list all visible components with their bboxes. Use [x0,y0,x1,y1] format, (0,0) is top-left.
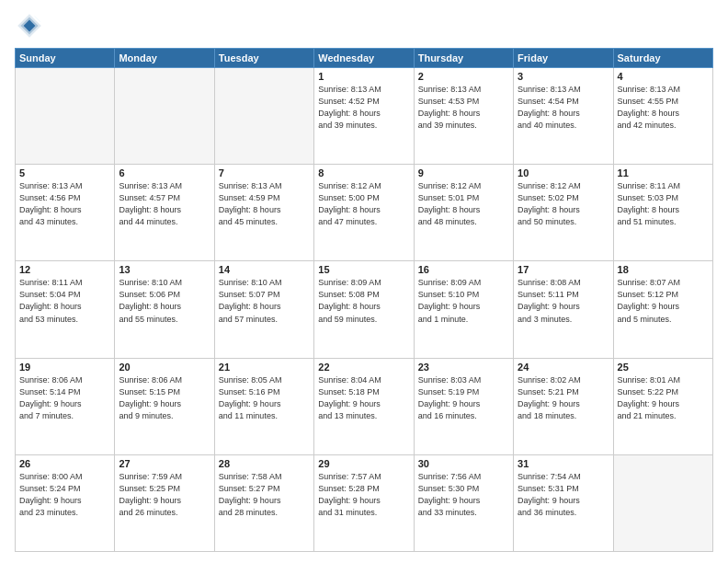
day-info: Sunrise: 8:10 AM Sunset: 5:07 PM Dayligh… [219,277,310,325]
day-info: Sunrise: 7:54 AM Sunset: 5:31 PM Dayligh… [518,471,609,519]
calendar-cell: 8Sunrise: 8:12 AM Sunset: 5:00 PM Daylig… [314,165,414,261]
calendar-cell: 7Sunrise: 8:13 AM Sunset: 4:59 PM Daylig… [214,165,313,261]
day-number: 6 [119,167,210,178]
day-info: Sunrise: 8:00 AM Sunset: 5:24 PM Dayligh… [19,471,110,519]
day-info: Sunrise: 8:13 AM Sunset: 4:52 PM Dayligh… [318,84,409,132]
calendar-cell: 27Sunrise: 7:59 AM Sunset: 5:25 PM Dayli… [115,454,214,551]
week-row-4: 26Sunrise: 8:00 AM Sunset: 5:24 PM Dayli… [16,454,713,551]
day-info: Sunrise: 8:02 AM Sunset: 5:21 PM Dayligh… [518,374,609,422]
calendar-cell: 13Sunrise: 8:10 AM Sunset: 5:06 PM Dayli… [115,261,214,358]
day-number: 12 [19,264,110,275]
day-info: Sunrise: 8:13 AM Sunset: 4:54 PM Dayligh… [518,84,609,132]
page: SundayMondayTuesdayWednesdayThursdayFrid… [0,0,728,563]
week-row-2: 12Sunrise: 8:11 AM Sunset: 5:04 PM Dayli… [16,261,713,358]
weekday-header-thursday: Thursday [414,49,513,68]
weekday-header-row: SundayMondayTuesdayWednesdayThursdayFrid… [16,49,713,68]
day-number: 8 [318,167,409,178]
day-number: 27 [119,458,210,469]
day-number: 24 [518,362,609,373]
day-number: 13 [119,264,210,275]
calendar-cell: 12Sunrise: 8:11 AM Sunset: 5:04 PM Dayli… [16,261,115,358]
day-info: Sunrise: 8:12 AM Sunset: 5:02 PM Dayligh… [518,180,609,228]
calendar-cell: 19Sunrise: 8:06 AM Sunset: 5:14 PM Dayli… [16,358,115,454]
day-number: 1 [318,71,409,82]
day-number: 19 [19,362,110,373]
calendar-cell: 3Sunrise: 8:13 AM Sunset: 4:54 PM Daylig… [514,68,613,165]
day-number: 18 [618,264,709,275]
calendar-cell: 15Sunrise: 8:09 AM Sunset: 5:08 PM Dayli… [314,261,414,358]
day-number: 5 [19,167,110,178]
week-row-1: 5Sunrise: 8:13 AM Sunset: 4:56 PM Daylig… [16,165,713,261]
calendar-cell: 28Sunrise: 7:58 AM Sunset: 5:27 PM Dayli… [214,454,313,551]
day-info: Sunrise: 8:11 AM Sunset: 5:03 PM Dayligh… [618,180,709,228]
day-number: 3 [518,71,609,82]
day-info: Sunrise: 8:06 AM Sunset: 5:14 PM Dayligh… [19,374,110,422]
calendar-cell [16,68,115,165]
calendar-cell: 23Sunrise: 8:03 AM Sunset: 5:19 PM Dayli… [414,358,513,454]
day-number: 15 [318,264,409,275]
calendar-table: SundayMondayTuesdayWednesdayThursdayFrid… [15,48,713,552]
weekday-header-saturday: Saturday [613,49,712,68]
calendar-cell: 1Sunrise: 8:13 AM Sunset: 4:52 PM Daylig… [314,68,414,165]
weekday-header-sunday: Sunday [16,49,115,68]
day-number: 21 [219,362,310,373]
calendar-cell: 31Sunrise: 7:54 AM Sunset: 5:31 PM Dayli… [514,454,613,551]
day-info: Sunrise: 7:58 AM Sunset: 5:27 PM Dayligh… [219,471,310,519]
day-number: 7 [219,167,310,178]
day-info: Sunrise: 8:13 AM Sunset: 4:53 PM Dayligh… [418,84,509,132]
day-info: Sunrise: 8:01 AM Sunset: 5:22 PM Dayligh… [618,374,709,422]
day-info: Sunrise: 8:10 AM Sunset: 5:06 PM Dayligh… [119,277,210,325]
day-info: Sunrise: 8:13 AM Sunset: 4:55 PM Dayligh… [618,84,709,132]
day-number: 23 [418,362,509,373]
weekday-header-tuesday: Tuesday [214,49,313,68]
day-info: Sunrise: 7:56 AM Sunset: 5:30 PM Dayligh… [418,471,509,519]
day-info: Sunrise: 7:59 AM Sunset: 5:25 PM Dayligh… [119,471,210,519]
day-info: Sunrise: 8:06 AM Sunset: 5:15 PM Dayligh… [119,374,210,422]
weekday-header-friday: Friday [514,49,613,68]
calendar-cell: 25Sunrise: 8:01 AM Sunset: 5:22 PM Dayli… [613,358,712,454]
calendar-cell: 14Sunrise: 8:10 AM Sunset: 5:07 PM Dayli… [214,261,313,358]
calendar-cell [115,68,214,165]
day-number: 20 [119,362,210,373]
week-row-3: 19Sunrise: 8:06 AM Sunset: 5:14 PM Dayli… [16,358,713,454]
calendar-cell: 17Sunrise: 8:08 AM Sunset: 5:11 PM Dayli… [514,261,613,358]
day-info: Sunrise: 8:03 AM Sunset: 5:19 PM Dayligh… [418,374,509,422]
calendar-cell: 9Sunrise: 8:12 AM Sunset: 5:01 PM Daylig… [414,165,513,261]
day-number: 26 [19,458,110,469]
day-number: 16 [418,264,509,275]
calendar-cell: 29Sunrise: 7:57 AM Sunset: 5:28 PM Dayli… [314,454,414,551]
calendar-cell: 16Sunrise: 8:09 AM Sunset: 5:10 PM Dayli… [414,261,513,358]
day-info: Sunrise: 8:08 AM Sunset: 5:11 PM Dayligh… [518,277,609,325]
weekday-header-monday: Monday [115,49,214,68]
calendar-cell: 24Sunrise: 8:02 AM Sunset: 5:21 PM Dayli… [514,358,613,454]
day-info: Sunrise: 8:04 AM Sunset: 5:18 PM Dayligh… [318,374,409,422]
day-number: 4 [618,71,709,82]
day-number: 22 [318,362,409,373]
day-number: 29 [318,458,409,469]
calendar-cell: 21Sunrise: 8:05 AM Sunset: 5:16 PM Dayli… [214,358,313,454]
day-number: 14 [219,264,310,275]
calendar-cell: 11Sunrise: 8:11 AM Sunset: 5:03 PM Dayli… [613,165,712,261]
logo-icon [15,11,44,40]
day-info: Sunrise: 8:09 AM Sunset: 5:08 PM Dayligh… [318,277,409,325]
day-number: 28 [219,458,310,469]
calendar-cell: 18Sunrise: 8:07 AM Sunset: 5:12 PM Dayli… [613,261,712,358]
calendar-cell: 10Sunrise: 8:12 AM Sunset: 5:02 PM Dayli… [514,165,613,261]
calendar-cell: 22Sunrise: 8:04 AM Sunset: 5:18 PM Dayli… [314,358,414,454]
day-info: Sunrise: 8:12 AM Sunset: 5:01 PM Dayligh… [418,180,509,228]
calendar-cell [214,68,313,165]
day-info: Sunrise: 7:57 AM Sunset: 5:28 PM Dayligh… [318,471,409,519]
calendar-cell: 20Sunrise: 8:06 AM Sunset: 5:15 PM Dayli… [115,358,214,454]
day-info: Sunrise: 8:11 AM Sunset: 5:04 PM Dayligh… [19,277,110,325]
day-info: Sunrise: 8:13 AM Sunset: 4:59 PM Dayligh… [219,180,310,228]
week-row-0: 1Sunrise: 8:13 AM Sunset: 4:52 PM Daylig… [16,68,713,165]
day-number: 31 [518,458,609,469]
day-number: 30 [418,458,509,469]
day-info: Sunrise: 8:13 AM Sunset: 4:56 PM Dayligh… [19,180,110,228]
logo [15,11,48,40]
day-number: 10 [518,167,609,178]
calendar-cell: 2Sunrise: 8:13 AM Sunset: 4:53 PM Daylig… [414,68,513,165]
header [15,11,713,40]
day-info: Sunrise: 8:05 AM Sunset: 5:16 PM Dayligh… [219,374,310,422]
calendar-cell [613,454,712,551]
